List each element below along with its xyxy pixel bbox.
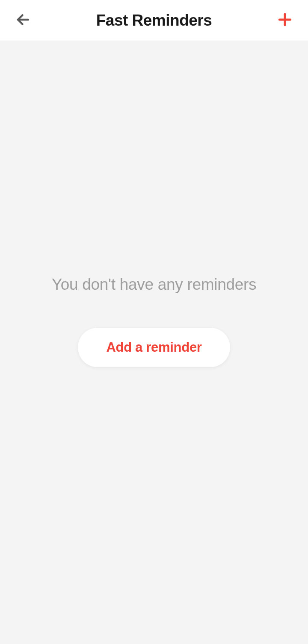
empty-state-message: You don't have any reminders [52, 276, 257, 294]
content-area: You don't have any reminders Add a remin… [0, 41, 308, 644]
page-title: Fast Reminders [96, 12, 212, 29]
header: Fast Reminders [0, 0, 308, 41]
add-button[interactable] [275, 11, 294, 30]
plus-icon [278, 12, 292, 29]
arrow-left-icon [15, 12, 31, 29]
back-button[interactable] [14, 11, 33, 30]
add-reminder-button[interactable]: Add a reminder [78, 328, 230, 367]
